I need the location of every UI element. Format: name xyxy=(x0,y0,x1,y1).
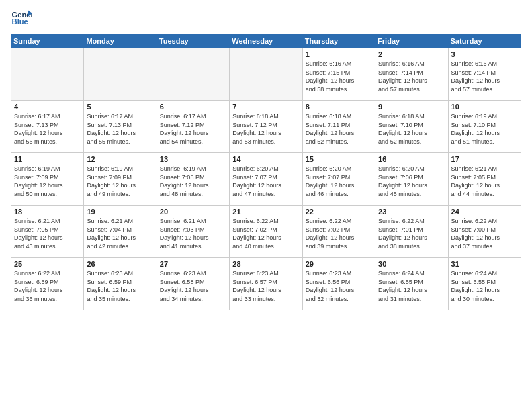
header: General Blue xyxy=(11,8,521,30)
day-number: 24 xyxy=(451,208,518,216)
calendar-cell: 29Sunrise: 6:23 AM Sunset: 6:56 PM Dayli… xyxy=(302,258,375,310)
calendar-cell: 28Sunrise: 6:23 AM Sunset: 6:57 PM Dayli… xyxy=(230,258,302,310)
day-info: Sunrise: 6:17 AM Sunset: 7:13 PM Dayligh… xyxy=(87,112,153,146)
day-number: 25 xyxy=(14,260,81,268)
day-number: 18 xyxy=(14,208,81,216)
day-number: 16 xyxy=(378,155,445,163)
calendar-cell: 11Sunrise: 6:19 AM Sunset: 7:09 PM Dayli… xyxy=(11,153,84,205)
day-number: 13 xyxy=(160,155,226,163)
calendar-cell xyxy=(230,48,302,101)
day-info: Sunrise: 6:19 AM Sunset: 7:09 PM Dayligh… xyxy=(87,165,153,198)
day-info: Sunrise: 6:23 AM Sunset: 6:58 PM Dayligh… xyxy=(160,269,226,303)
day-info: Sunrise: 6:17 AM Sunset: 7:13 PM Dayligh… xyxy=(14,112,81,146)
day-number: 7 xyxy=(232,103,299,111)
day-number: 9 xyxy=(378,103,445,111)
calendar-cell: 19Sunrise: 6:21 AM Sunset: 7:04 PM Dayli… xyxy=(84,205,157,258)
calendar-cell: 13Sunrise: 6:19 AM Sunset: 7:08 PM Dayli… xyxy=(157,153,229,205)
day-info: Sunrise: 6:20 AM Sunset: 7:06 PM Dayligh… xyxy=(378,165,445,198)
day-info: Sunrise: 6:16 AM Sunset: 7:15 PM Dayligh… xyxy=(306,60,372,93)
day-info: Sunrise: 6:21 AM Sunset: 7:04 PM Dayligh… xyxy=(87,217,153,250)
calendar-day-header: Thursday xyxy=(302,34,375,48)
day-info: Sunrise: 6:18 AM Sunset: 7:12 PM Dayligh… xyxy=(232,112,299,146)
day-info: Sunrise: 6:16 AM Sunset: 7:14 PM Dayligh… xyxy=(451,60,518,93)
day-number: 6 xyxy=(160,103,226,111)
calendar-day-header: Monday xyxy=(84,34,157,48)
day-number: 3 xyxy=(451,50,518,58)
calendar-cell xyxy=(84,48,157,101)
calendar-week-row: 11Sunrise: 6:19 AM Sunset: 7:09 PM Dayli… xyxy=(11,153,521,205)
calendar-cell: 17Sunrise: 6:21 AM Sunset: 7:05 PM Dayli… xyxy=(448,153,521,205)
calendar-cell: 1Sunrise: 6:16 AM Sunset: 7:15 PM Daylig… xyxy=(302,48,375,101)
day-number: 20 xyxy=(160,208,226,216)
calendar-cell: 27Sunrise: 6:23 AM Sunset: 6:58 PM Dayli… xyxy=(157,258,229,310)
day-info: Sunrise: 6:21 AM Sunset: 7:05 PM Dayligh… xyxy=(451,165,518,198)
day-number: 5 xyxy=(87,103,153,111)
calendar-cell: 23Sunrise: 6:22 AM Sunset: 7:01 PM Dayli… xyxy=(375,205,448,258)
calendar-day-header: Wednesday xyxy=(230,34,302,48)
day-number: 17 xyxy=(451,155,518,163)
calendar-day-header: Sunday xyxy=(11,34,84,48)
day-number: 8 xyxy=(306,103,372,111)
day-info: Sunrise: 6:24 AM Sunset: 6:55 PM Dayligh… xyxy=(378,269,445,303)
calendar-cell: 12Sunrise: 6:19 AM Sunset: 7:09 PM Dayli… xyxy=(84,153,157,205)
day-number: 19 xyxy=(87,208,153,216)
calendar-cell: 10Sunrise: 6:19 AM Sunset: 7:10 PM Dayli… xyxy=(448,101,521,153)
day-number: 22 xyxy=(306,208,372,216)
day-info: Sunrise: 6:16 AM Sunset: 7:14 PM Dayligh… xyxy=(378,60,445,93)
day-info: Sunrise: 6:23 AM Sunset: 6:56 PM Dayligh… xyxy=(306,269,372,303)
calendar-cell: 7Sunrise: 6:18 AM Sunset: 7:12 PM Daylig… xyxy=(230,101,302,153)
calendar-cell: 8Sunrise: 6:18 AM Sunset: 7:11 PM Daylig… xyxy=(302,101,375,153)
svg-text:Blue: Blue xyxy=(12,17,28,26)
calendar-cell: 18Sunrise: 6:21 AM Sunset: 7:05 PM Dayli… xyxy=(11,205,84,258)
calendar-cell: 6Sunrise: 6:17 AM Sunset: 7:12 PM Daylig… xyxy=(157,101,229,153)
day-number: 2 xyxy=(378,50,445,58)
day-info: Sunrise: 6:18 AM Sunset: 7:10 PM Dayligh… xyxy=(378,112,445,146)
day-number: 30 xyxy=(378,260,445,268)
day-info: Sunrise: 6:21 AM Sunset: 7:03 PM Dayligh… xyxy=(160,217,226,250)
calendar-cell: 26Sunrise: 6:23 AM Sunset: 6:59 PM Dayli… xyxy=(84,258,157,310)
day-info: Sunrise: 6:22 AM Sunset: 6:59 PM Dayligh… xyxy=(14,269,81,303)
calendar-week-row: 25Sunrise: 6:22 AM Sunset: 6:59 PM Dayli… xyxy=(11,258,521,310)
calendar-cell: 14Sunrise: 6:20 AM Sunset: 7:07 PM Dayli… xyxy=(230,153,302,205)
day-info: Sunrise: 6:20 AM Sunset: 7:07 PM Dayligh… xyxy=(306,165,372,198)
day-info: Sunrise: 6:24 AM Sunset: 6:55 PM Dayligh… xyxy=(451,269,518,303)
calendar-cell: 24Sunrise: 6:22 AM Sunset: 7:00 PM Dayli… xyxy=(448,205,521,258)
day-info: Sunrise: 6:19 AM Sunset: 7:08 PM Dayligh… xyxy=(160,165,226,198)
day-info: Sunrise: 6:23 AM Sunset: 6:59 PM Dayligh… xyxy=(87,269,153,303)
calendar-cell: 5Sunrise: 6:17 AM Sunset: 7:13 PM Daylig… xyxy=(84,101,157,153)
calendar-cell: 25Sunrise: 6:22 AM Sunset: 6:59 PM Dayli… xyxy=(11,258,84,310)
calendar-week-row: 18Sunrise: 6:21 AM Sunset: 7:05 PM Dayli… xyxy=(11,205,521,258)
day-number: 10 xyxy=(451,103,518,111)
calendar-cell: 4Sunrise: 6:17 AM Sunset: 7:13 PM Daylig… xyxy=(11,101,84,153)
day-info: Sunrise: 6:19 AM Sunset: 7:09 PM Dayligh… xyxy=(14,165,81,198)
day-number: 23 xyxy=(378,208,445,216)
calendar-day-header: Friday xyxy=(375,34,448,48)
logo: General Blue xyxy=(11,8,35,30)
day-number: 4 xyxy=(14,103,81,111)
day-number: 14 xyxy=(232,155,299,163)
calendar-week-row: 1Sunrise: 6:16 AM Sunset: 7:15 PM Daylig… xyxy=(11,48,521,101)
calendar-week-row: 4Sunrise: 6:17 AM Sunset: 7:13 PM Daylig… xyxy=(11,101,521,153)
calendar-cell: 9Sunrise: 6:18 AM Sunset: 7:10 PM Daylig… xyxy=(375,101,448,153)
calendar-cell: 15Sunrise: 6:20 AM Sunset: 7:07 PM Dayli… xyxy=(302,153,375,205)
day-number: 27 xyxy=(160,260,226,268)
day-number: 28 xyxy=(232,260,299,268)
calendar-header-row: SundayMondayTuesdayWednesdayThursdayFrid… xyxy=(11,34,521,48)
day-info: Sunrise: 6:22 AM Sunset: 7:01 PM Dayligh… xyxy=(378,217,445,250)
day-number: 29 xyxy=(306,260,372,268)
day-info: Sunrise: 6:21 AM Sunset: 7:05 PM Dayligh… xyxy=(14,217,81,250)
calendar-cell: 31Sunrise: 6:24 AM Sunset: 6:55 PM Dayli… xyxy=(448,258,521,310)
calendar-cell xyxy=(11,48,84,101)
day-info: Sunrise: 6:22 AM Sunset: 7:02 PM Dayligh… xyxy=(306,217,372,250)
day-info: Sunrise: 6:22 AM Sunset: 7:00 PM Dayligh… xyxy=(451,217,518,250)
day-info: Sunrise: 6:17 AM Sunset: 7:12 PM Dayligh… xyxy=(160,112,226,146)
day-number: 26 xyxy=(87,260,153,268)
calendar-cell: 22Sunrise: 6:22 AM Sunset: 7:02 PM Dayli… xyxy=(302,205,375,258)
calendar-cell: 30Sunrise: 6:24 AM Sunset: 6:55 PM Dayli… xyxy=(375,258,448,310)
calendar-cell: 16Sunrise: 6:20 AM Sunset: 7:06 PM Dayli… xyxy=(375,153,448,205)
page: General Blue SundayMondayTuesdayWednesda… xyxy=(0,0,532,411)
calendar-day-header: Saturday xyxy=(448,34,521,48)
calendar-cell xyxy=(157,48,229,101)
day-info: Sunrise: 6:22 AM Sunset: 7:02 PM Dayligh… xyxy=(232,217,299,250)
calendar: SundayMondayTuesdayWednesdayThursdayFrid… xyxy=(11,34,521,310)
